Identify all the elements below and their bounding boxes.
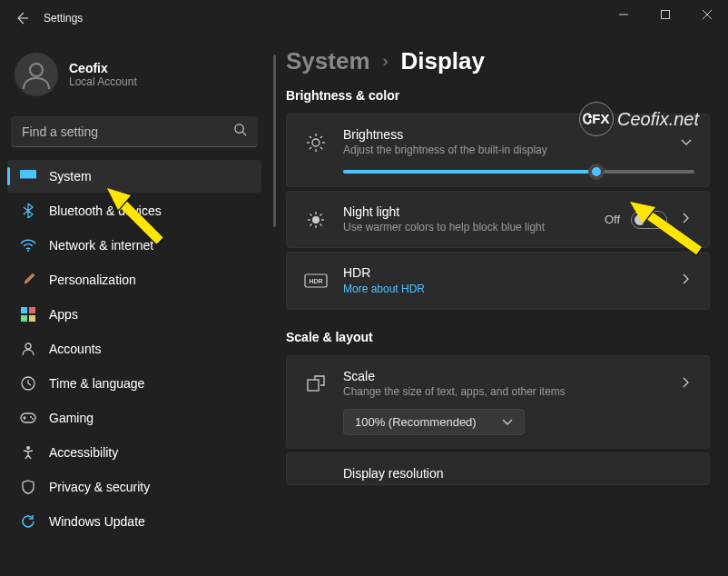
sidebar-item-label: Time & language	[49, 376, 144, 391]
sidebar-item-label: Gaming	[49, 411, 93, 425]
sidebar-item-gaming[interactable]: Gaming	[7, 402, 261, 434]
sidebar-item-personalization[interactable]: Personalization	[7, 263, 261, 296]
minimize-button[interactable]	[603, 0, 644, 29]
chevron-right-icon[interactable]	[678, 376, 694, 392]
clock-icon	[20, 375, 36, 392]
card-night-light[interactable]: Night light Use warmer colors to help bl…	[286, 191, 710, 248]
svg-point-2	[30, 64, 43, 76]
chevron-right-icon[interactable]	[678, 212, 694, 228]
chevron-down-icon[interactable]	[678, 134, 694, 151]
night-light-icon	[303, 210, 329, 230]
apps-icon	[20, 306, 36, 323]
hdr-link[interactable]: More about HDR	[343, 283, 425, 295]
svg-line-32	[310, 214, 312, 215]
sidebar-item-apps[interactable]: Apps	[7, 298, 261, 331]
hdr-title: HDR	[343, 265, 664, 280]
page-title: Display	[401, 47, 486, 75]
svg-point-27	[312, 216, 320, 223]
sidebar-item-privacy[interactable]: Privacy & security	[7, 471, 261, 503]
close-button[interactable]	[686, 0, 728, 29]
card-hdr[interactable]: HDR HDR More about HDR	[286, 252, 710, 310]
wifi-icon	[20, 237, 36, 253]
sidebar-item-update[interactable]: Windows Update	[7, 505, 261, 538]
bluetooth-icon	[20, 203, 36, 219]
svg-line-4	[242, 132, 246, 135]
svg-rect-10	[21, 315, 27, 322]
sidebar-item-network[interactable]: Network & internet	[7, 229, 261, 262]
search-icon	[233, 123, 247, 140]
resolution-title: Display resolution	[343, 466, 694, 481]
svg-point-16	[32, 418, 34, 420]
sidebar-item-label: Windows Update	[49, 514, 145, 529]
card-scale[interactable]: Scale Change the size of text, apps, and…	[286, 355, 710, 448]
sidebar-item-label: Privacy & security	[49, 480, 150, 494]
sidebar-item-label: Apps	[49, 307, 78, 322]
night-light-toggle[interactable]	[631, 211, 667, 229]
brightness-desc: Adjust the brightness of the built-in di…	[343, 143, 664, 157]
sidebar-item-label: Personalization	[49, 273, 136, 287]
profile-type: Local Account	[69, 75, 137, 88]
maximize-button[interactable]	[644, 0, 686, 29]
brush-icon	[20, 272, 36, 288]
svg-point-18	[312, 139, 320, 146]
shield-icon	[20, 479, 36, 495]
svg-point-12	[25, 343, 31, 349]
svg-line-35	[320, 214, 322, 215]
chevron-down-icon	[502, 415, 513, 429]
profile-block[interactable]: Ceofix Local Account	[7, 44, 261, 113]
chevron-right-icon: ›	[383, 52, 389, 71]
accessibility-icon	[20, 444, 36, 461]
hdr-icon: HDR	[303, 273, 329, 288]
svg-point-3	[235, 124, 243, 133]
scale-title: Scale	[343, 369, 664, 383]
sidebar-item-label: Bluetooth & devices	[49, 204, 162, 218]
back-button[interactable]	[4, 0, 40, 36]
scale-dropdown[interactable]: 100% (Recommended)	[343, 409, 525, 435]
night-light-desc: Use warmer colors to help block blue lig…	[343, 220, 590, 234]
sidebar-item-label: Accessibility	[49, 445, 118, 460]
breadcrumb-parent[interactable]: System	[286, 47, 370, 75]
card-resolution[interactable]: Display resolution	[286, 452, 710, 485]
svg-point-15	[30, 416, 32, 418]
search-input[interactable]	[22, 124, 233, 139]
sidebar-item-accessibility[interactable]: Accessibility	[7, 436, 261, 469]
svg-rect-8	[21, 307, 27, 313]
sun-icon	[303, 133, 329, 153]
window-title: Settings	[44, 12, 83, 25]
svg-line-23	[310, 136, 311, 138]
svg-line-24	[320, 147, 322, 149]
section-scale-layout: Scale & layout	[286, 330, 710, 344]
content-scrollbar[interactable]	[273, 55, 276, 227]
card-brightness: Brightness Adjust the brightness of the …	[286, 114, 710, 187]
svg-point-7	[27, 250, 29, 252]
svg-rect-6	[20, 179, 36, 182]
svg-line-25	[310, 147, 311, 149]
breadcrumb: System › Display	[286, 47, 710, 75]
svg-text:HDR: HDR	[309, 278, 322, 284]
svg-line-34	[310, 223, 312, 225]
svg-point-17	[26, 446, 30, 450]
sidebar-item-accounts[interactable]: Accounts	[7, 333, 261, 365]
svg-rect-11	[29, 315, 35, 322]
sidebar-item-bluetooth[interactable]: Bluetooth & devices	[7, 194, 261, 227]
profile-name: Ceofix	[69, 61, 137, 75]
sidebar-item-time[interactable]: Time & language	[7, 367, 261, 400]
svg-line-33	[320, 223, 322, 225]
monitor-icon	[20, 168, 36, 184]
refresh-icon	[20, 513, 36, 530]
chevron-right-icon[interactable]	[678, 273, 694, 289]
brightness-slider[interactable]	[343, 170, 694, 174]
sidebar-item-system[interactable]: System	[7, 160, 261, 193]
avatar	[15, 53, 58, 96]
scale-value: 100% (Recommended)	[355, 415, 477, 429]
svg-rect-9	[29, 307, 35, 313]
svg-rect-1	[662, 11, 670, 19]
search-box[interactable]	[11, 116, 258, 147]
sidebar-item-label: System	[49, 169, 92, 184]
person-icon	[20, 341, 36, 357]
sidebar-item-label: Network & internet	[49, 238, 153, 253]
scale-icon	[303, 374, 329, 394]
scale-desc: Change the size of text, apps, and other…	[343, 384, 664, 399]
slider-thumb[interactable]	[588, 164, 605, 180]
brightness-title: Brightness	[343, 127, 664, 142]
